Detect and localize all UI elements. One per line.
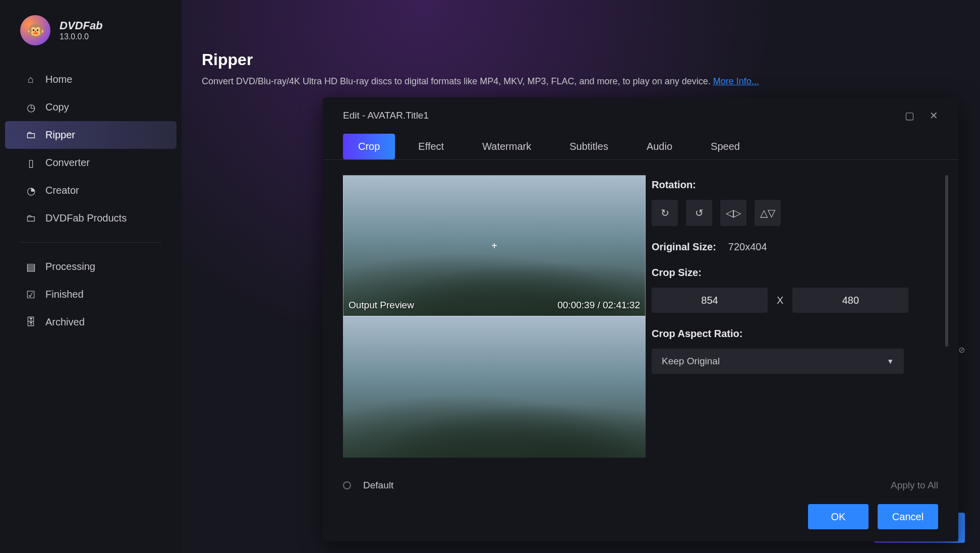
flip-h-button[interactable]: ◁▷ — [720, 200, 746, 226]
rotate-cw-button[interactable]: ↻ — [652, 200, 678, 226]
sidebar-item-label: Copy — [45, 101, 69, 113]
products-icon: 🗀 — [25, 213, 36, 224]
sidebar-item-finished[interactable]: ☑ Finished — [5, 281, 177, 308]
finished-icon: ☑ — [25, 289, 36, 300]
rotation-label: Rotation: — [652, 179, 918, 191]
brand-version: 13.0.0.0 — [60, 32, 89, 41]
dialog-title: Edit - AVATAR.Title1 — [343, 110, 429, 121]
sidebar-item-label: Processing — [45, 261, 95, 272]
page-subtitle-text: Convert DVD/Blu-ray/4K Ultra HD Blu-ray … — [202, 76, 713, 86]
default-label: Default — [363, 480, 393, 491]
crop-ar-label: Crop Aspect Ratio: — [652, 328, 918, 340]
brand: 🐵 DVDFab 13.0.0.0 — [0, 15, 182, 45]
sidebar-item-ripper[interactable]: 🗀 Ripper — [5, 121, 177, 149]
sidebar-item-processing[interactable]: ▤ Processing — [5, 253, 177, 281]
sidebar: 🐵 DVDFab 13.0.0.0 ⌂ Home ◷ Copy 🗀 Ripper… — [0, 0, 182, 553]
crop-x-separator: X — [777, 295, 783, 306]
tab-audio[interactable]: Audio — [631, 134, 687, 159]
rotate-ccw-button[interactable]: ↺ — [686, 200, 712, 226]
preview-output — [343, 316, 646, 458]
sidebar-item-label: Creator — [45, 185, 79, 196]
original-size-value: 720x404 — [728, 241, 767, 253]
tab-subtitles[interactable]: Subtitles — [554, 134, 623, 159]
ripper-icon: 🗀 — [25, 130, 36, 141]
sidebar-item-label: DVDFab Products — [45, 212, 127, 224]
tab-crop[interactable]: Crop — [343, 134, 395, 159]
main-pane: Ripper Convert DVD/Blu-ray/4K Ultra HD B… — [182, 0, 980, 553]
delete-icon[interactable]: ⊘ — [958, 345, 965, 355]
default-radio[interactable] — [343, 481, 351, 489]
tab-effect[interactable]: Effect — [403, 134, 459, 159]
sidebar-item-converter[interactable]: ▯ Converter — [5, 149, 177, 177]
preview-label: Output Preview — [349, 300, 414, 311]
original-size-label: Original Size: — [652, 241, 716, 253]
crop-height-input[interactable] — [792, 288, 908, 313]
sidebar-item-creator[interactable]: ◔ Creator — [5, 177, 177, 204]
tab-speed[interactable]: Speed — [696, 134, 755, 159]
sidebar-item-products[interactable]: 🗀 DVDFab Products — [5, 204, 177, 232]
cancel-button[interactable]: Cancel — [878, 504, 938, 529]
more-info-link[interactable]: More Info... — [713, 76, 759, 86]
home-icon: ⌂ — [25, 74, 36, 85]
page-subtitle: Convert DVD/Blu-ray/4K Ultra HD Blu-ray … — [182, 69, 980, 87]
copy-icon: ◷ — [25, 102, 36, 113]
sidebar-divider — [20, 242, 161, 243]
sidebar-item-label: Ripper — [45, 129, 75, 141]
sidebar-item-label: Finished — [45, 289, 84, 300]
sidebar-item-copy[interactable]: ◷ Copy — [5, 93, 177, 121]
sidebar-item-home[interactable]: ⌂ Home — [5, 66, 177, 93]
dialog-close-icon[interactable]: ✕ — [930, 109, 938, 122]
page-title: Ripper — [182, 0, 980, 69]
crop-size-label: Crop Size: — [652, 267, 918, 279]
dialog-maximize-icon[interactable]: ▢ — [905, 109, 914, 122]
apply-all-button[interactable]: Apply to All — [891, 480, 938, 491]
sidebar-item-label: Archived — [45, 316, 85, 328]
sidebar-item-label: Converter — [45, 157, 90, 169]
preview-time: 00:00:39 / 02:41:32 — [557, 300, 640, 311]
brand-name: DVDFab — [60, 19, 103, 32]
converter-icon: ▯ — [25, 157, 36, 169]
edit-dialog: Edit - AVATAR.Title1 ▢ ✕ Crop Effect Wat… — [323, 97, 958, 541]
crop-ar-select[interactable]: Keep Original ▼ — [652, 349, 904, 374]
scrollbar[interactable] — [945, 175, 948, 347]
flip-v-button[interactable]: △▽ — [755, 200, 781, 226]
brand-logo-icon: 🐵 — [20, 15, 50, 45]
ok-button[interactable]: OK — [808, 504, 869, 529]
dialog-tabs: Crop Effect Watermark Subtitles Audio Sp… — [323, 122, 958, 160]
creator-icon: ◔ — [25, 185, 36, 196]
sidebar-item-label: Home — [45, 74, 72, 85]
processing-icon: ▤ — [25, 261, 36, 272]
crop-width-input[interactable] — [652, 288, 768, 313]
crop-ar-value: Keep Original — [662, 356, 720, 367]
tab-watermark[interactable]: Watermark — [467, 134, 546, 159]
sidebar-item-archived[interactable]: 🗄 Archived — [5, 308, 177, 336]
chevron-down-icon: ▼ — [887, 357, 894, 365]
preview-original[interactable]: + Output Preview 00:00:39 / 02:41:32 — [343, 175, 646, 316]
archived-icon: 🗄 — [25, 317, 36, 328]
